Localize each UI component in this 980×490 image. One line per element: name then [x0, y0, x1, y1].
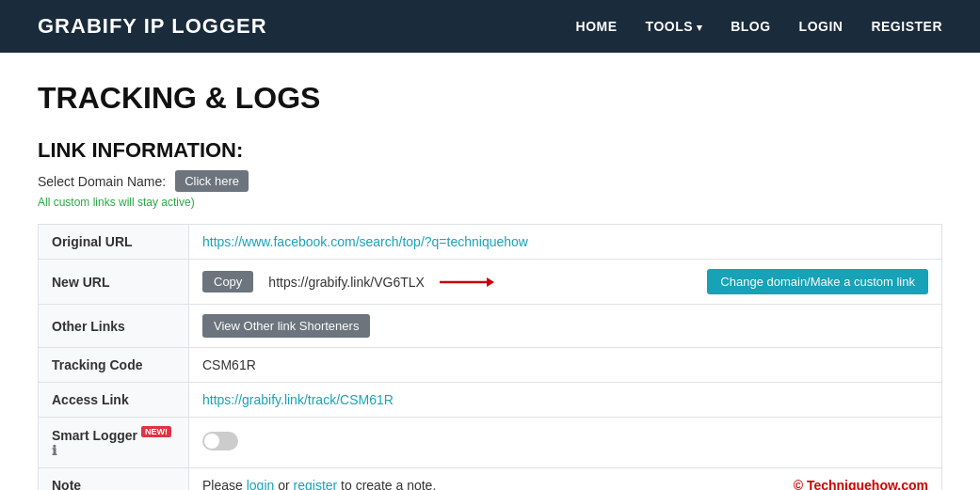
new-url-cell: Copy https://grabify.link/VG6TLX Change … [202, 269, 928, 294]
value-original-url: https://www.facebook.com/search/top/?q=t… [189, 225, 942, 260]
header: GRABIFY IP LOGGER HOME TOOLS BLOG LOGIN … [0, 0, 980, 53]
nav-home[interactable]: HOME [576, 19, 618, 34]
main-nav: HOME TOOLS BLOG LOGIN REGISTER [576, 19, 942, 34]
watermark: © Techniquehow.com [794, 478, 928, 490]
note-text: Please login or register to create a not… [202, 478, 436, 490]
access-link-anchor[interactable]: https://grabify.link/track/CSM61R [202, 392, 394, 407]
new-url-text: https://grabify.link/VG6TLX [268, 275, 424, 290]
site-logo: GRABIFY IP LOGGER [38, 14, 267, 39]
table-row: Access Link https://grabify.link/track/C… [39, 383, 942, 418]
main-content: TRACKING & LOGS LINK INFORMATION: Select… [0, 53, 980, 490]
domain-row: Select Domain Name: Click here [38, 170, 942, 192]
change-domain-button[interactable]: Change domain/Make a custom link [707, 269, 928, 294]
click-here-button[interactable]: Click here [175, 170, 249, 192]
label-other-links: Other Links [39, 305, 189, 348]
value-smart-logger [189, 418, 942, 468]
table-row: New URL Copy https://grabify.link/VG6TLX [39, 260, 942, 305]
nav-login[interactable]: LOGIN [799, 19, 843, 34]
nav-register[interactable]: REGISTER [871, 19, 942, 34]
table-row: Tracking Code CSM61R [39, 348, 942, 383]
view-other-links-button[interactable]: View Other link Shorteners [202, 314, 370, 338]
nav-blog[interactable]: BLOG [731, 19, 770, 34]
info-icon[interactable]: ℹ [52, 443, 56, 458]
smart-logger-toggle[interactable] [202, 432, 238, 450]
page-title: TRACKING & LOGS [38, 81, 942, 116]
value-new-url: Copy https://grabify.link/VG6TLX Change … [189, 260, 942, 305]
note-cell: Please login or register to create a not… [202, 478, 928, 490]
new-url-left: Copy https://grabify.link/VG6TLX [202, 271, 494, 292]
note-login-link[interactable]: login [247, 478, 275, 490]
table-row: Note Please login or register to create … [39, 467, 942, 490]
new-badge: NEW! [141, 426, 171, 437]
value-other-links: View Other link Shorteners [189, 305, 942, 348]
label-note: Note [39, 467, 189, 490]
label-access-link: Access Link [39, 383, 189, 418]
label-original-url: Original URL [39, 225, 189, 260]
value-tracking-code: CSM61R [189, 348, 942, 383]
domain-label: Select Domain Name: [38, 174, 166, 189]
original-url-link[interactable]: https://www.facebook.com/search/top/?q=t… [202, 234, 528, 249]
label-new-url: New URL [39, 260, 189, 305]
custom-links-note: All custom links will stay active) [38, 196, 942, 209]
value-note: Please login or register to create a not… [189, 467, 942, 490]
label-smart-logger: Smart Logger NEW! ℹ [39, 418, 189, 468]
arrow-icon [438, 274, 494, 291]
table-row: Other Links View Other link Shorteners [39, 305, 942, 348]
label-tracking-code: Tracking Code [39, 348, 189, 383]
value-access-link: https://grabify.link/track/CSM61R [189, 383, 942, 418]
table-row: Original URL https://www.facebook.com/se… [39, 225, 942, 260]
table-row: Smart Logger NEW! ℹ [39, 418, 942, 468]
svg-marker-1 [487, 277, 494, 287]
section-title: LINK INFORMATION: [38, 138, 942, 163]
note-register-link[interactable]: register [294, 478, 338, 490]
link-info-table: Original URL https://www.facebook.com/se… [38, 224, 942, 490]
copy-button[interactable]: Copy [202, 271, 253, 292]
nav-tools[interactable]: TOOLS [646, 19, 703, 34]
